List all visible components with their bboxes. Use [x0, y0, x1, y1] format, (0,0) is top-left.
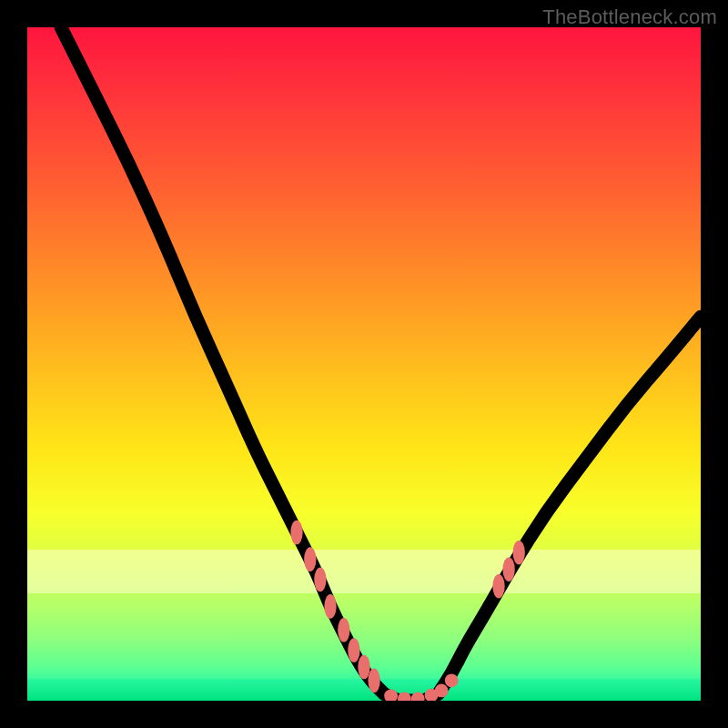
data-marker — [492, 574, 504, 599]
data-marker — [513, 541, 525, 565]
marker-group-basin — [384, 673, 458, 701]
data-marker — [445, 673, 459, 687]
data-marker — [348, 638, 359, 662]
data-marker — [368, 668, 379, 693]
data-marker — [324, 594, 336, 619]
curve-group — [61, 27, 701, 701]
curve-svg — [27, 27, 701, 701]
watermark-text: TheBottleneck.com — [542, 5, 717, 29]
v-curve — [61, 27, 701, 701]
data-marker — [338, 618, 349, 642]
chart-frame: TheBottleneck.com — [0, 0, 728, 728]
marker-group-right — [492, 541, 525, 599]
data-marker — [358, 655, 369, 680]
data-marker — [290, 521, 302, 545]
plot-area — [27, 27, 701, 701]
data-marker — [304, 547, 316, 571]
data-marker — [411, 692, 425, 701]
data-marker — [398, 692, 411, 701]
data-marker — [502, 557, 514, 581]
data-marker — [314, 567, 326, 592]
data-marker — [435, 684, 449, 698]
